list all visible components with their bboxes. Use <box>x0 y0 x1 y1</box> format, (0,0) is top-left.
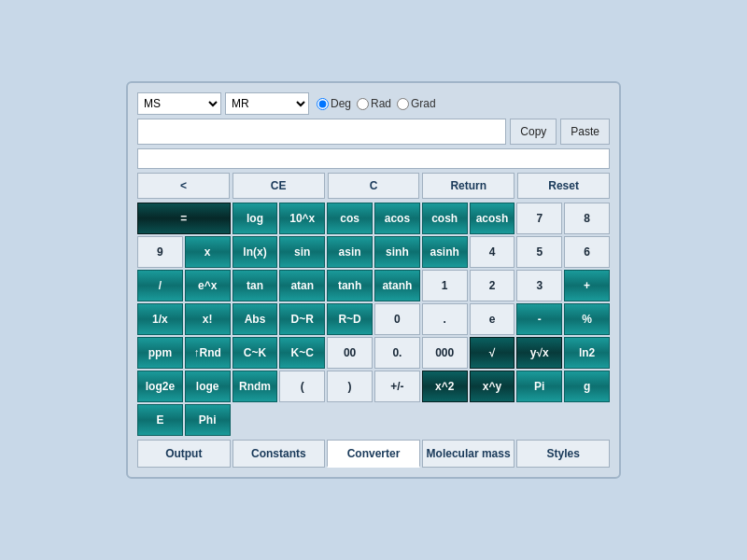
deg-label[interactable]: Deg <box>317 97 351 110</box>
multiply-button[interactable]: x <box>185 236 231 268</box>
tanh-button[interactable]: tanh <box>327 270 373 301</box>
8-button[interactable]: 8 <box>564 203 610 234</box>
rad-label[interactable]: Rad <box>357 97 391 110</box>
00-button[interactable]: 00 <box>327 337 373 369</box>
grad-radio[interactable] <box>397 98 409 110</box>
ln2-button[interactable]: ln2 <box>564 337 610 369</box>
7-button[interactable]: 7 <box>516 203 562 234</box>
xsq-button[interactable]: x^2 <box>422 371 468 402</box>
kc-button[interactable]: K~C <box>279 337 325 369</box>
angle-mode-group: Deg Rad Grad <box>317 97 436 110</box>
c-button[interactable]: C <box>328 173 420 199</box>
ppm-button[interactable]: ppm <box>137 337 183 369</box>
1-button[interactable]: 1 <box>422 270 468 301</box>
deg-text: Deg <box>331 97 351 110</box>
lnx-button[interactable]: ln(x) <box>233 236 278 268</box>
secondary-display <box>137 148 610 169</box>
onex-button[interactable]: 1/x <box>137 303 183 335</box>
3-button[interactable]: 3 <box>516 270 562 301</box>
4-button[interactable]: 4 <box>470 236 515 268</box>
bottom-tabs: Output Constants Converter Molecular mas… <box>137 440 610 468</box>
lparen-button[interactable]: ( <box>279 371 325 402</box>
deg-radio[interactable] <box>317 98 329 110</box>
acosh-button[interactable]: acosh <box>470 203 515 234</box>
back-button[interactable]: < <box>137 173 230 199</box>
return-button[interactable]: Return <box>422 173 514 199</box>
xfact-button[interactable]: x! <box>185 303 231 335</box>
plus-button[interactable]: + <box>564 270 610 301</box>
rad-text: Rad <box>371 97 391 110</box>
calculator: MS MR Deg Rad Grad Copy Paste < CE C Ret… <box>126 81 621 479</box>
reset-button[interactable]: Reset <box>517 173 610 199</box>
rad-radio[interactable] <box>357 98 369 110</box>
grad-label[interactable]: Grad <box>397 97 436 110</box>
minus-button[interactable]: - <box>516 303 562 335</box>
0-button[interactable]: 0 <box>374 303 420 335</box>
asin-button[interactable]: asin <box>327 236 373 268</box>
tab-styles[interactable]: Styles <box>516 440 610 468</box>
sinh-button[interactable]: sinh <box>374 236 420 268</box>
tan-button[interactable]: tan <box>233 270 278 301</box>
dr-button[interactable]: D~R <box>279 303 325 335</box>
rnd-button[interactable]: ↑Rnd <box>185 337 231 369</box>
plusminus-button[interactable]: +/- <box>374 371 420 402</box>
pow10x-button[interactable]: 10^x <box>279 203 325 234</box>
abs-button[interactable]: Abs <box>233 303 278 335</box>
log2e-button[interactable]: log2e <box>137 371 183 402</box>
cosh-button[interactable]: cosh <box>422 203 468 234</box>
asinh-button[interactable]: asinh <box>422 236 468 268</box>
copy-button[interactable]: Copy <box>510 119 557 145</box>
tab-output[interactable]: Output <box>137 440 231 468</box>
ysqrtx-button[interactable]: y√x <box>516 337 562 369</box>
cos-button[interactable]: cos <box>327 203 373 234</box>
tab-converter[interactable]: Converter <box>327 440 420 468</box>
acos-button[interactable]: acos <box>374 203 420 234</box>
atan-button[interactable]: atan <box>279 270 325 301</box>
bige-button[interactable]: E <box>137 404 183 436</box>
rndm-button[interactable]: Rndm <box>233 371 278 402</box>
display-row: Copy Paste <box>137 119 610 145</box>
ms-select[interactable]: MS <box>137 92 221 115</box>
tab-molecular-mass[interactable]: Molecular mass <box>422 440 515 468</box>
paste-button[interactable]: Paste <box>560 119 610 145</box>
log-button[interactable]: log <box>233 203 278 234</box>
ce-button[interactable]: CE <box>233 173 325 199</box>
equals-button[interactable]: = <box>137 203 231 234</box>
rparen-button[interactable]: ) <box>327 371 373 402</box>
0dot-button[interactable]: 0. <box>374 337 420 369</box>
mr-select[interactable]: MR <box>225 92 309 115</box>
atanh-button[interactable]: atanh <box>374 270 420 301</box>
tab-constants[interactable]: Constants <box>233 440 326 468</box>
g-button[interactable]: g <box>564 371 610 402</box>
5-button[interactable]: 5 <box>516 236 562 268</box>
dot-button[interactable]: . <box>422 303 468 335</box>
calc-grid: = log 10^x cos acos cosh acosh 7 8 9 x l… <box>137 203 610 436</box>
e-button[interactable]: e <box>470 303 515 335</box>
divide-button[interactable]: / <box>137 270 183 301</box>
2-button[interactable]: 2 <box>470 270 515 301</box>
grad-text: Grad <box>411 97 436 110</box>
9-button[interactable]: 9 <box>137 236 183 268</box>
function-row: < CE C Return Reset <box>137 173 610 199</box>
pi-button[interactable]: Pi <box>516 371 562 402</box>
xpowy-button[interactable]: x^y <box>470 371 515 402</box>
loge-button[interactable]: loge <box>185 371 231 402</box>
epowx-button[interactable]: e^x <box>185 270 231 301</box>
rd-button[interactable]: R~D <box>327 303 373 335</box>
main-display <box>137 119 506 145</box>
top-controls: MS MR Deg Rad Grad <box>137 92 610 115</box>
000-button[interactable]: 000 <box>422 337 468 369</box>
pct-button[interactable]: % <box>564 303 610 335</box>
6-button[interactable]: 6 <box>564 236 610 268</box>
ck-button[interactable]: C~K <box>233 337 278 369</box>
sin-button[interactable]: sin <box>279 236 325 268</box>
sqrt-button[interactable]: √ <box>470 337 515 369</box>
phi-button[interactable]: Phi <box>185 404 231 436</box>
